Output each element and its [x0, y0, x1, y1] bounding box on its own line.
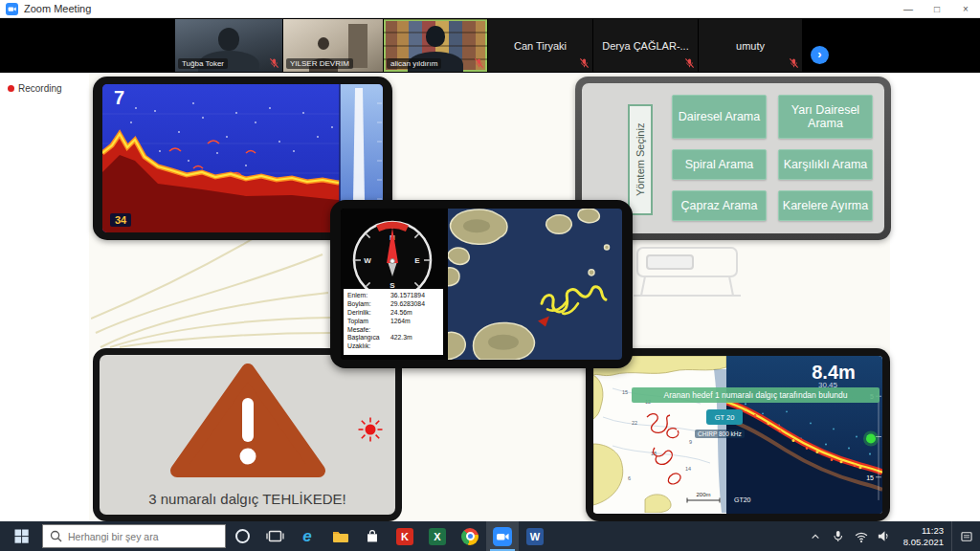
telemetry-value: 36.1571894: [390, 292, 439, 300]
close-button[interactable]: ×: [951, 0, 980, 17]
telemetry-value: 422.3m: [390, 334, 439, 351]
action-center-icon: [959, 529, 974, 544]
participant-name: YILSER DEVRIM: [286, 58, 353, 69]
zoom-app-icon: [6, 3, 18, 15]
window-titlebar: Zoom Meeting — □ ×: [0, 0, 980, 18]
search-icon: [50, 530, 62, 542]
device-label-bottom: GT20: [734, 496, 751, 503]
participant-video: [218, 28, 239, 51]
sonar-depth-marker: 7: [114, 87, 124, 109]
taskbar-icon-edge[interactable]: e: [291, 521, 323, 551]
satellite-map: [448, 209, 622, 360]
next-participants-button[interactable]: ›: [811, 46, 829, 64]
taskbar-icon-word[interactable]: W: [519, 521, 551, 551]
navigation-screen: N E S W Enlem:36.1571894 Boylam:29.62830…: [341, 209, 622, 360]
taskbar-clock[interactable]: 11:23 8.05.2021: [896, 525, 951, 548]
target-found-panel: 15 12 8 22 9 18 14 6: [586, 348, 890, 521]
compass-panel: N E S W Enlem:36.1571894 Boylam:29.62830…: [341, 209, 448, 360]
word-icon: W: [526, 528, 544, 545]
found-sonar-graphic: 5 10 15 8.4m 30.45 GT20: [726, 356, 882, 514]
tray-expand-button[interactable]: [804, 521, 827, 551]
action-center-button[interactable]: [951, 521, 980, 551]
participant-tile[interactable]: Derya ÇAĞLAR-...: [593, 19, 698, 72]
telemetry-label: Boylam:: [347, 300, 389, 309]
mic-off-icon: [579, 57, 590, 69]
zoom-meeting-window: Zoom Meeting — □ × Tuğba Toker YILSER DE…: [0, 0, 980, 551]
participant-tile[interactable]: alican yıldırım: [384, 19, 487, 72]
taskbar-icon-kaspersky[interactable]: K: [389, 521, 421, 551]
plant-decoration: [91, 237, 332, 348]
method-button-spiral[interactable]: Spiral Arama: [672, 149, 767, 180]
method-buttons: Dairesel Arama Yarı Dairesel Arama Spira…: [672, 95, 873, 221]
method-button-dairesel[interactable]: Dairesel Arama: [672, 95, 767, 139]
maximize-button[interactable]: □: [923, 0, 951, 17]
participant-tile[interactable]: Tuğba Toker: [175, 19, 282, 72]
speaker-icon: [877, 529, 891, 543]
chart-depth: 14: [685, 466, 691, 472]
cortana-icon: [235, 529, 250, 543]
chart-depth: 22: [632, 420, 637, 426]
participant-name: Tuğba Toker: [178, 58, 228, 69]
method-button-yari-dairesel[interactable]: Yarı Dairesel Arama: [778, 95, 873, 139]
tray-network[interactable]: [850, 521, 873, 551]
participant-name: umuty: [736, 40, 765, 52]
taskbar-icon-cortana[interactable]: [226, 521, 258, 551]
participant-name: Derya ÇAĞLAR-...: [602, 40, 688, 52]
taskbar-icon-excel[interactable]: X: [421, 521, 454, 551]
participant-tile[interactable]: YILSER DEVRIM: [283, 19, 383, 72]
wifi-icon: [854, 529, 869, 544]
map-graphic: [448, 209, 622, 360]
rov-sketch-decoration: [612, 244, 756, 303]
recording-dot: [8, 85, 14, 92]
method-button-capraz[interactable]: Çapraz Arama: [672, 190, 767, 221]
telemetry-label: Enlem:: [347, 292, 389, 300]
found-sonar: 5 10 15 8.4m 30.45 GT20: [726, 356, 882, 514]
diver-alert-panel: 3 numaralı dalgıç TEHLİKEDE!: [93, 348, 402, 521]
tray-mic[interactable]: [827, 521, 850, 551]
tray-volume[interactable]: [873, 521, 896, 551]
telemetry-value: 29.6283084: [390, 300, 439, 309]
navigation-tablet: N E S W Enlem:36.1571894 Boylam:29.62830…: [330, 200, 633, 368]
telemetry-value: 24.56m: [390, 309, 439, 318]
telemetry-label: Başlangıca Uzaklık:: [347, 334, 389, 351]
method-button-karsilikli[interactable]: Karşılıklı Arama: [778, 149, 873, 180]
method-button-karelere[interactable]: Karelere Ayırma: [778, 190, 873, 221]
window-controls: — □ ×: [894, 0, 980, 17]
taskbar-icon-file-explorer[interactable]: [323, 521, 356, 551]
method-panel-vertical-label: Yöntem Seçiniz: [628, 104, 653, 215]
minimize-button[interactable]: —: [894, 0, 923, 17]
chart-scale-label: 200m: [696, 492, 710, 497]
participant-tile[interactable]: Can Tiryaki: [488, 19, 592, 72]
warning-triangle-icon: [167, 360, 329, 484]
compass-w: W: [364, 256, 371, 265]
participant-name: alican yıldırım: [387, 58, 441, 69]
taskbar-icon-store[interactable]: [356, 521, 389, 551]
found-screen: 15 12 8 22 9 18 14 6: [593, 356, 882, 514]
window-title: Zoom Meeting: [24, 3, 894, 14]
participant-tile[interactable]: umuty: [699, 19, 802, 72]
telemetry-box: Enlem:36.1571894 Boylam:29.6283084 Derin…: [344, 289, 443, 355]
search-input[interactable]: [68, 531, 212, 542]
taskbar: e K X W 11:23: [0, 521, 980, 551]
store-icon: [364, 528, 381, 545]
taskbar-icon-task-view[interactable]: [258, 521, 291, 551]
taskbar-icon-zoom[interactable]: [486, 521, 519, 551]
telemetry-value: 1264m: [390, 318, 439, 335]
zoom-icon: [493, 527, 512, 546]
chirp-label: CHIRP 800 kHz: [695, 430, 745, 438]
alert-message: 3 numaralı dalgıç TEHLİKEDE!: [100, 491, 395, 507]
recording-label: Recording: [18, 83, 62, 94]
participant-strip: Tuğba Toker YILSER DEVRIM alican yıldırı…: [0, 18, 980, 73]
chart-depth: 9: [689, 439, 692, 445]
microphone-icon: [831, 529, 845, 543]
telemetry-label: Derinlik:: [347, 309, 389, 318]
taskbar-icon-chrome[interactable]: [454, 521, 486, 551]
taskbar-search[interactable]: [42, 524, 226, 548]
alarm-light-icon: [357, 416, 384, 443]
mic-off-icon: [269, 57, 279, 69]
clock-time: 11:23: [903, 525, 944, 537]
windows-logo-icon: [12, 527, 31, 545]
chevron-up-icon: [810, 531, 821, 542]
start-button[interactable]: [0, 521, 42, 551]
target-found-banner: Aranan hedef 1 numaralı dalgıç tarafında…: [632, 387, 880, 403]
